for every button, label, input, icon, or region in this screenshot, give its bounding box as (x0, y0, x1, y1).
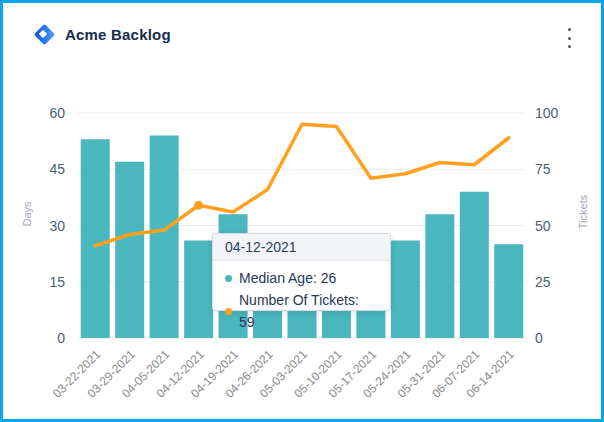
right-axis-tick: 0 (535, 330, 543, 346)
tooltip-date: 04-12-2021 (213, 234, 390, 261)
right-axis-tick: 25 (535, 274, 551, 290)
left-axis-tick: 60 (49, 105, 65, 121)
right-axis-tick: 75 (535, 161, 551, 177)
left-axis-tick: 30 (49, 218, 65, 234)
tooltip-row-tickets: Number Of Tickets: 59 (225, 289, 378, 333)
backlog-combo-chart[interactable]: 0015253050457560100DaysTickets03-22-2021… (3, 3, 604, 422)
bar-05-24-2021[interactable] (391, 241, 420, 339)
bar-03-29-2021[interactable] (115, 162, 144, 338)
left-axis-tick: 0 (57, 330, 65, 346)
median-age-dot-icon (225, 275, 232, 282)
right-axis-tick: 100 (535, 105, 559, 121)
bar-06-07-2021[interactable] (460, 192, 489, 338)
tooltip-body: Median Age: 26 Number Of Tickets: 59 (213, 261, 390, 337)
tooltip-median-age-text: Median Age: 26 (239, 267, 336, 289)
bar-06-14-2021[interactable] (494, 244, 523, 338)
left-axis-title: Days (21, 201, 33, 227)
chart-tooltip: 04-12-2021 Median Age: 26 Number Of Tick… (212, 233, 391, 311)
tickets-dot-icon (225, 308, 232, 315)
right-axis-title: Tickets (577, 194, 589, 229)
left-axis-tick: 45 (49, 161, 65, 177)
bar-04-12-2021[interactable] (184, 241, 213, 339)
highlighted-line-point[interactable] (194, 201, 203, 210)
right-axis-tick: 50 (535, 218, 551, 234)
acme-backlog-window: Acme Backlog 0015253050457560100DaysTick… (0, 0, 604, 422)
left-axis-tick: 15 (49, 274, 65, 290)
bar-05-31-2021[interactable] (425, 214, 454, 338)
bar-04-05-2021[interactable] (150, 136, 179, 339)
tooltip-tickets-text: Number Of Tickets: 59 (239, 289, 378, 333)
tooltip-row-median-age: Median Age: 26 (225, 267, 378, 289)
bar-03-22-2021[interactable] (81, 139, 110, 338)
